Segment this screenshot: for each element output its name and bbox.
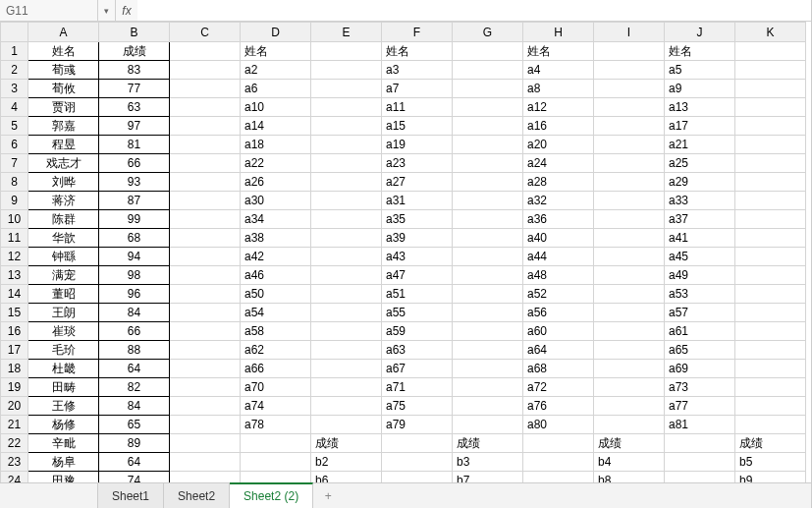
cell-C16[interactable] [170,322,241,341]
cell-J1[interactable]: 姓名 [665,42,735,61]
cell-F15[interactable]: a55 [382,304,453,322]
cell-J21[interactable]: a81 [665,416,735,434]
cell-C14[interactable] [170,285,241,304]
cell-J9[interactable]: a33 [665,192,735,210]
cell-H5[interactable]: a16 [523,117,594,136]
cell-C18[interactable] [170,360,241,378]
cell-K7[interactable] [735,154,806,173]
cell-B8[interactable]: 93 [99,173,170,192]
cell-K19[interactable] [735,378,806,397]
cell-E16[interactable] [311,322,382,341]
row-header-8[interactable]: 8 [1,173,28,192]
cell-J10[interactable]: a37 [665,210,735,229]
cell-J6[interactable]: a21 [665,136,735,154]
cell-J12[interactable]: a45 [665,248,735,266]
cell-K10[interactable] [735,210,806,229]
cell-F14[interactable]: a51 [382,285,453,304]
cell-D22[interactable] [241,434,311,453]
cell-J3[interactable]: a9 [665,80,735,98]
cell-D7[interactable]: a22 [241,154,311,173]
cell-E10[interactable] [311,210,382,229]
cell-G22[interactable]: 成绩 [453,434,523,453]
cell-G10[interactable] [453,210,523,229]
row-header-7[interactable]: 7 [1,154,28,173]
cell-C2[interactable] [170,61,241,80]
cell-F6[interactable]: a19 [382,136,453,154]
cell-E8[interactable] [311,173,382,192]
row-header-12[interactable]: 12 [1,248,28,266]
cell-E19[interactable] [311,378,382,397]
add-sheet-button[interactable]: + [313,483,343,508]
cell-B7[interactable]: 66 [99,154,170,173]
cell-K8[interactable] [735,173,806,192]
cell-C20[interactable] [170,397,241,416]
cell-C9[interactable] [170,192,241,210]
cell-J11[interactable]: a41 [665,229,735,248]
cell-A7[interactable]: 戏志才 [28,154,99,173]
cell-B15[interactable]: 84 [99,304,170,322]
cell-A4[interactable]: 贾诩 [28,98,99,117]
cell-K20[interactable] [735,397,806,416]
cell-E22[interactable]: 成绩 [311,434,382,453]
cell-A2[interactable]: 荀彧 [28,61,99,80]
cell-C23[interactable] [170,453,241,472]
cell-I24[interactable]: b8 [594,472,665,483]
cell-J17[interactable]: a65 [665,341,735,360]
col-header-I[interactable]: I [594,23,665,42]
row-header-5[interactable]: 5 [1,117,28,136]
cell-H8[interactable]: a28 [523,173,594,192]
cell-G24[interactable]: b7 [453,472,523,483]
cell-D9[interactable]: a30 [241,192,311,210]
cell-G21[interactable] [453,416,523,434]
sheet-tab-Sheet2-(2)[interactable]: Sheet2 (2) [230,482,313,508]
row-header-21[interactable]: 21 [1,416,28,434]
cell-H18[interactable]: a68 [523,360,594,378]
cell-C11[interactable] [170,229,241,248]
cell-G3[interactable] [453,80,523,98]
cell-H17[interactable]: a64 [523,341,594,360]
cell-E24[interactable]: b6 [311,472,382,483]
cell-G20[interactable] [453,397,523,416]
cell-F23[interactable] [382,453,453,472]
cell-F20[interactable]: a75 [382,397,453,416]
cell-J7[interactable]: a25 [665,154,735,173]
cell-I21[interactable] [594,416,665,434]
row-header-11[interactable]: 11 [1,229,28,248]
cell-G7[interactable] [453,154,523,173]
cell-D24[interactable] [241,472,311,483]
cell-E14[interactable] [311,285,382,304]
cell-J22[interactable] [665,434,735,453]
cell-B1[interactable]: 成绩 [99,42,170,61]
cell-C8[interactable] [170,173,241,192]
cell-F8[interactable]: a27 [382,173,453,192]
cell-J16[interactable]: a61 [665,322,735,341]
cell-J4[interactable]: a13 [665,98,735,117]
row-header-16[interactable]: 16 [1,322,28,341]
cell-A17[interactable]: 毛玠 [28,341,99,360]
cell-C15[interactable] [170,304,241,322]
cell-B11[interactable]: 68 [99,229,170,248]
row-header-20[interactable]: 20 [1,397,28,416]
cell-I23[interactable]: b4 [594,453,665,472]
cell-G1[interactable] [453,42,523,61]
cell-J13[interactable]: a49 [665,266,735,285]
row-header-4[interactable]: 4 [1,98,28,117]
cell-B2[interactable]: 83 [99,61,170,80]
cell-J2[interactable]: a5 [665,61,735,80]
cell-G4[interactable] [453,98,523,117]
cell-I4[interactable] [594,98,665,117]
cell-A16[interactable]: 崔琰 [28,322,99,341]
cell-D4[interactable]: a10 [241,98,311,117]
cell-E20[interactable] [311,397,382,416]
cell-A8[interactable]: 刘晔 [28,173,99,192]
cell-C22[interactable] [170,434,241,453]
cell-K18[interactable] [735,360,806,378]
cell-D18[interactable]: a66 [241,360,311,378]
cell-K9[interactable] [735,192,806,210]
cell-K4[interactable] [735,98,806,117]
col-header-A[interactable]: A [28,23,99,42]
cell-B14[interactable]: 96 [99,285,170,304]
row-header-9[interactable]: 9 [1,192,28,210]
cell-C6[interactable] [170,136,241,154]
col-header-C[interactable]: C [170,23,241,42]
